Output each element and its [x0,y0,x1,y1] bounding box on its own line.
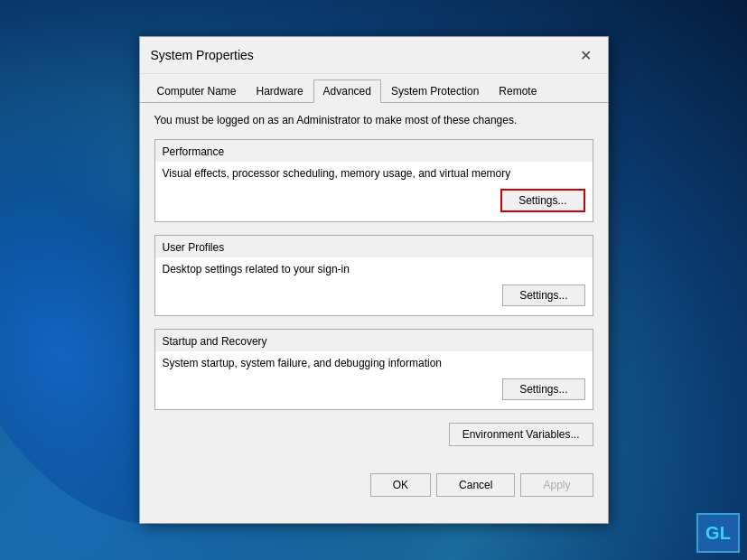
dialog-footer: OK Cancel Apply [140,464,608,506]
startup-recovery-section: Startup and Recovery System startup, sys… [154,329,593,410]
tab-remote[interactable]: Remote [489,79,546,102]
tab-hardware[interactable]: Hardware [247,79,313,102]
user-profiles-desc: Desktop settings related to your sign-in [163,263,585,275]
ok-button[interactable]: OK [370,473,431,497]
tab-bar: Computer Name Hardware Advanced System P… [140,74,608,103]
startup-recovery-label: Startup and Recovery [155,330,593,351]
user-profiles-inner: Desktop settings related to your sign-in… [155,257,593,315]
startup-recovery-settings-button[interactable]: Settings... [502,378,584,400]
apply-button[interactable]: Apply [520,473,593,497]
performance-label: Performance [155,140,593,162]
tab-system-protection[interactable]: System Protection [381,79,489,102]
cancel-button[interactable]: Cancel [436,473,515,497]
tab-computer-name[interactable]: Computer Name [147,79,247,102]
tab-advanced[interactable]: Advanced [313,79,381,103]
admin-note: You must be logged on as an Administrato… [154,114,593,126]
performance-btn-row: Settings... [163,189,585,212]
startup-recovery-inner: System startup, system failure, and debu… [155,351,593,409]
close-button[interactable]: ✕ [575,44,597,66]
startup-recovery-desc: System startup, system failure, and debu… [163,357,585,369]
taskbar-icon-text: GL [705,523,731,544]
performance-section: Performance Visual effects, processor sc… [154,139,593,222]
user-profiles-section: User Profiles Desktop settings related t… [154,235,593,316]
system-properties-dialog: System Properties ✕ Computer Name Hardwa… [139,36,609,524]
taskbar-icon[interactable]: GL [696,513,740,553]
user-profiles-settings-button[interactable]: Settings... [502,285,584,306]
footer-buttons: OK Cancel Apply [370,473,593,497]
tab-content: You must be logged on as an Administrato… [140,103,608,464]
env-variables-row: Environment Variables... [154,423,593,446]
dialog-title: System Properties [151,48,254,62]
performance-inner: Visual effects, processor scheduling, me… [155,162,593,221]
startup-recovery-btn-row: Settings... [163,378,585,400]
title-bar: System Properties ✕ [140,37,608,74]
user-profiles-btn-row: Settings... [163,285,585,306]
environment-variables-button[interactable]: Environment Variables... [449,423,593,446]
performance-desc: Visual effects, processor scheduling, me… [163,167,585,180]
user-profiles-label: User Profiles [155,236,593,257]
performance-settings-button[interactable]: Settings... [500,189,584,212]
